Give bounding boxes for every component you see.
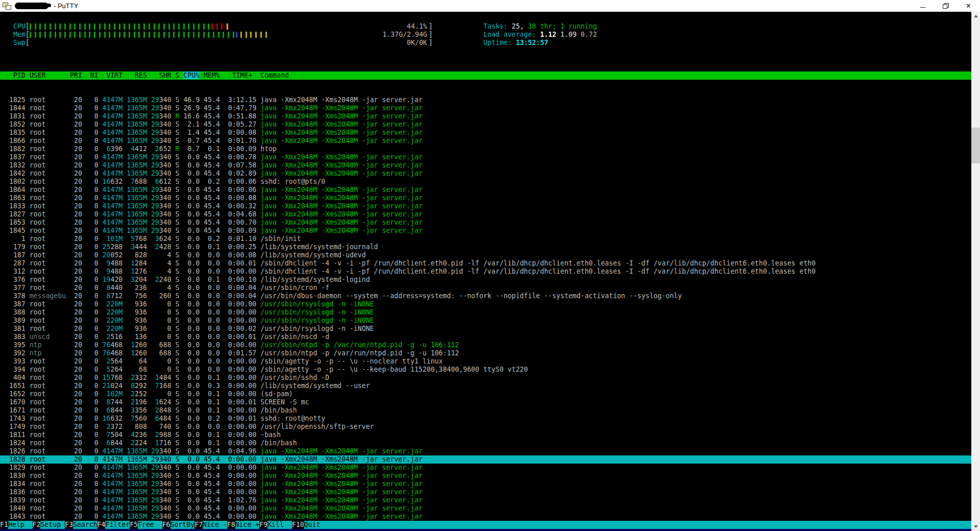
process-row[interactable]: 1828 root 20 0 4147M 1365M 29340 S 0.0 4…: [0, 455, 971, 464]
process-row[interactable]: 388 root 20 0 220M 936 0 S 0.0 0.0 0:00.…: [0, 308, 971, 317]
process-row[interactable]: 1882 root 20 0 6396 4412 2652 R 0.7 0.1 …: [0, 145, 971, 153]
process-row[interactable]: 1834 root 20 0 4147M 1365M 29340 S 0.0 4…: [0, 480, 971, 488]
process-table: PID USER PRI NI VIRT RES SHR S CPU% MEM%…: [0, 55, 971, 531]
scroll-down-arrow-icon[interactable]: [971, 522, 980, 531]
mem-meter: Mem[1.37G/2.94G]: [5, 31, 433, 39]
process-row[interactable]: 1843 root 20 0 4147M 1365M 29340 S 0.0 4…: [0, 513, 971, 521]
process-row[interactable]: 394 root 20 0 5264 68 0 S 0.0 0.0 0:00.0…: [0, 366, 971, 374]
function-key-bar: F1Help F2Setup F3SearchF4FilterF5Tree F6…: [0, 521, 971, 529]
process-row[interactable]: 404 root 20 0 15768 2332 1484 S 0.0 0.1 …: [0, 374, 971, 382]
terminal: CPU[44.1%]Mem[1.37G/2.94G]Swp[0K/0K] Tas…: [0, 12, 971, 531]
process-row[interactable]: 1835 root 20 0 4147M 1365M 29340 S 1.4 4…: [0, 129, 971, 137]
mem-meter-value: 1.37G/2.94G: [382, 31, 427, 39]
minimize-button[interactable]: [911, 0, 934, 12]
system-summary: Tasks: 25, 38 thr; 1 runningLoad average…: [483, 22, 597, 47]
process-row[interactable]: 1827 root 20 0 4147M 1365M 29340 S 0.0 4…: [0, 210, 971, 219]
swp-meter-label: Swp: [5, 39, 26, 47]
process-row[interactable]: 392 ntp 20 0 76468 1260 688 S 0.0 0.0 0:…: [0, 349, 971, 357]
fkey-help[interactable]: F1Help: [0, 521, 33, 529]
restore-button[interactable]: [934, 0, 957, 12]
process-row[interactable]: 377 root 20 0 8440 236 4 S 0.0 0.0 0:00.…: [0, 284, 971, 292]
restore-icon: [943, 3, 949, 9]
process-row[interactable]: 1651 root 20 0 21024 8292 7168 S 0.0 0.3…: [0, 382, 971, 390]
scroll-up-arrow-icon[interactable]: [971, 12, 980, 20]
uptime-line: Uptime: 13:52:57: [483, 39, 597, 47]
process-row[interactable]: 1845 root 20 0 4147M 1365M 29340 S 0.0 4…: [0, 227, 971, 235]
process-row[interactable]: 381 root 20 0 220M 936 0 S 0.0 0.0 0:00.…: [0, 325, 971, 333]
close-icon: ✕: [966, 3, 971, 9]
fkey-nice+[interactable]: F8Nice +: [227, 521, 260, 529]
scrollbar: [971, 12, 980, 531]
process-row[interactable]: 1824 root 20 0 6844 2224 1716 S 0.0 0.1 …: [0, 439, 971, 447]
putty-icon: ϟ: [3, 2, 13, 10]
process-row[interactable]: 1652 root 20 0 102M 2252 0 S 0.0 0.1 0:0…: [0, 390, 971, 398]
process-row[interactable]: 387 root 20 0 220M 936 0 S 0.0 0.0 0:00.…: [0, 300, 971, 308]
process-row[interactable]: 1864 root 20 0 4147M 1365M 29340 S 0.0 4…: [0, 186, 971, 194]
process-row[interactable]: 1836 root 20 0 4147M 1365M 29340 S 0.0 4…: [0, 488, 971, 496]
mem-meter-label: Mem: [5, 31, 26, 39]
fkey-kill[interactable]: F9Kill: [259, 521, 292, 529]
resource-meters: CPU[44.1%]Mem[1.37G/2.94G]Swp[0K/0K]: [5, 22, 433, 47]
mem-meter-bar: 1.37G/2.94G: [30, 31, 429, 39]
titlebar: ϟ - PuTTY ✕: [0, 0, 980, 12]
hostname-redaction: [15, 3, 48, 9]
process-row[interactable]: 1670 root 20 0 8744 2196 1624 S 0.0 0.1 …: [0, 398, 971, 406]
process-row[interactable]: 287 root 20 0 9488 1284 4 S 0.0 0.0 0:00…: [0, 259, 971, 268]
fkey-tree[interactable]: F5Tree: [130, 521, 162, 529]
process-row[interactable]: 1866 root 20 0 4147M 1365M 29340 S 0.7 4…: [0, 137, 971, 145]
scrollbar-thumb[interactable]: [971, 128, 980, 163]
cpu-meter: CPU[44.1%]: [5, 22, 433, 31]
fkey-quit[interactable]: F10Quit: [292, 521, 328, 529]
process-row[interactable]: 395 ntp 20 0 76468 1260 688 S 0.0 0.0 0:…: [0, 341, 971, 349]
process-row[interactable]: 1749 root 20 0 2372 808 740 S 0.0 0.0 0:…: [0, 423, 971, 431]
process-row[interactable]: 312 root 20 0 9488 1276 4 S 0.0 0.0 0:00…: [0, 268, 971, 276]
process-row[interactable]: 383 unscd 20 0 2516 136 0 S 0.0 0.0 0:00…: [0, 333, 971, 341]
window-title: - PuTTY: [54, 2, 78, 10]
process-row[interactable]: 1743 root 20 0 16632 7560 6484 S 0.0 0.2…: [0, 415, 971, 423]
tasks-line: Tasks: 25, 38 thr; 1 running: [483, 22, 597, 31]
process-row[interactable]: 187 root 20 0 20052 828 4 S 0.0 0.0 0:00…: [0, 251, 971, 259]
close-button[interactable]: ✕: [957, 0, 980, 12]
swp-meter-value: 0K/0K: [407, 39, 427, 47]
process-row[interactable]: 1863 root 20 0 4147M 1365M 29340 S 0.0 4…: [0, 194, 971, 202]
process-row[interactable]: 1839 root 20 0 4147M 1365M 29340 S 0.0 4…: [0, 496, 971, 504]
process-row[interactable]: 1833 root 20 0 4147M 1365M 29340 S 0.0 4…: [0, 202, 971, 210]
fkey-filter[interactable]: F4Filter: [97, 521, 130, 529]
table-body: 1825 root 20 0 4147M 1365M 29340 S 46.9 …: [0, 96, 971, 531]
cpu-meter-value: 44.1%: [407, 22, 427, 31]
process-row[interactable]: 1829 root 20 0 4147M 1365M 29340 S 0.0 4…: [0, 464, 971, 472]
process-row[interactable]: 1811 root 20 0 7504 4236 2988 S 0.0 0.1 …: [0, 431, 971, 439]
process-row[interactable]: 1826 root 20 0 4147M 1365M 29340 S 0.0 4…: [0, 447, 971, 455]
process-row[interactable]: 1853 root 20 0 4147M 1365M 29340 S 0.0 4…: [0, 219, 971, 227]
process-row[interactable]: 1 root 20 0 101M 5768 3624 S 0.0 0.2 0:0…: [0, 235, 971, 243]
process-row[interactable]: 393 root 20 0 2564 64 0 S 0.0 0.0 0:00.0…: [0, 357, 971, 366]
process-row[interactable]: 378 messagebu 20 0 8712 756 260 S 0.0 0.…: [0, 292, 971, 300]
cpu-meter-bar: 44.1%: [30, 22, 429, 31]
fkey-setup[interactable]: F2Setup: [33, 521, 65, 529]
table-header-row[interactable]: PID USER PRI NI VIRT RES SHR S CPU% MEM%…: [0, 71, 971, 80]
minimize-icon: [920, 7, 925, 8]
process-row[interactable]: 1802 root 20 0 16632 7688 6612 S 0.0 0.2…: [0, 178, 971, 186]
swp-meter-bar: 0K/0K: [30, 39, 429, 47]
process-row[interactable]: 1832 root 20 0 4147M 1365M 29340 S 0.0 4…: [0, 161, 971, 170]
fkey-nice-[interactable]: F7Nice -: [194, 521, 227, 529]
window-bottom-edge: [0, 529, 971, 531]
process-row[interactable]: 1837 root 20 0 4147M 1365M 29340 S 0.0 4…: [0, 153, 971, 161]
process-row[interactable]: 1671 root 20 0 6844 3356 2848 S 0.0 0.1 …: [0, 406, 971, 415]
cpu-meter-label: CPU: [5, 22, 26, 31]
fbar-filler: [328, 521, 971, 529]
fkey-search[interactable]: F3Search: [65, 521, 97, 529]
process-row[interactable]: 1825 root 20 0 4147M 1365M 29340 S 46.9 …: [0, 96, 971, 104]
process-row[interactable]: 1842 root 20 0 4147M 1365M 29340 S 0.0 4…: [0, 170, 971, 178]
swp-meter: Swp[0K/0K]: [5, 39, 433, 47]
process-row[interactable]: 1830 root 20 0 4147M 1365M 29340 S 0.0 4…: [0, 472, 971, 480]
fkey-sortby[interactable]: F6SortBy: [162, 521, 195, 529]
process-row[interactable]: 389 root 20 0 220M 936 0 S 0.0 0.0 0:00.…: [0, 317, 971, 325]
process-row[interactable]: 1852 root 20 0 4147M 1365M 29340 S 2.1 4…: [0, 120, 971, 129]
process-row[interactable]: 376 root 20 0 19420 3204 2240 S 0.0 0.1 …: [0, 276, 971, 284]
process-row[interactable]: 179 root 20 0 25288 3444 2428 S 0.0 0.1 …: [0, 243, 971, 251]
process-row[interactable]: 1840 root 20 0 4147M 1365M 29340 S 0.0 4…: [0, 504, 971, 513]
process-row[interactable]: 1844 root 20 0 4147M 1365M 29340 S 26.9 …: [0, 104, 971, 112]
process-row[interactable]: 1831 root 20 0 4147M 1365M 29340 R 16.6 …: [0, 112, 971, 120]
load-line: Load average: 1.12 1.09 0.72: [483, 31, 597, 39]
